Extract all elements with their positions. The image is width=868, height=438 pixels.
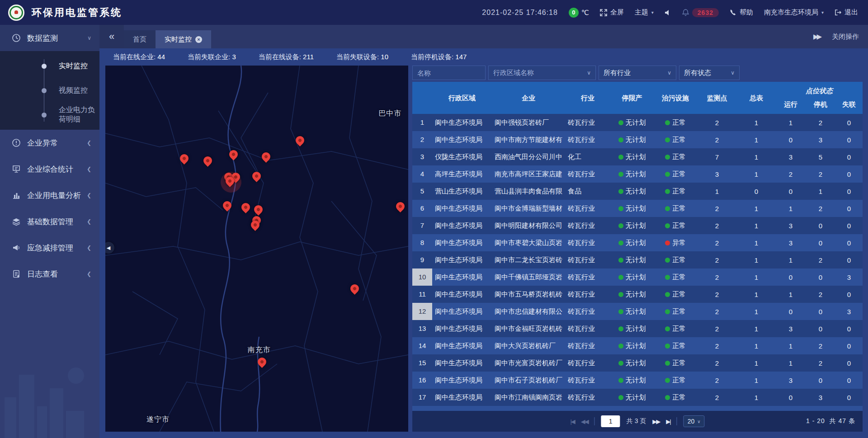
cell-total: 1: [737, 239, 776, 247]
table-row-9[interactable]: 9阆中生态环境局阆中市二龙长宝页岩砖砖瓦行业无计划正常21120: [412, 251, 863, 268]
sidebar-item-label: 企业综合统计: [27, 164, 73, 174]
cell-region: 阆中生态环境局: [432, 325, 492, 333]
table-row-6[interactable]: 6阆中生态环境局阆中市金博瑞新型墙材砖瓦行业无计划正常21120: [412, 200, 863, 217]
cell-lost: 0: [835, 359, 863, 367]
status-dot-green: [618, 275, 623, 280]
name-filter-input[interactable]: [417, 69, 481, 77]
cell-idx: 12: [412, 303, 432, 320]
prev-page-icon[interactable]: ◀◀: [581, 418, 588, 425]
cell-industry: 砖瓦行业: [565, 342, 610, 350]
chevron-left-icon: ❮: [87, 166, 91, 172]
table-row-14[interactable]: 14阆中生态环境局阆中大兴页岩机砖厂砖瓦行业无计划正常21120: [412, 337, 863, 354]
status-filter-select[interactable]: 所有状态 ∨: [679, 66, 740, 80]
cell-total: 1: [737, 342, 776, 350]
name-filter-field[interactable]: [412, 66, 486, 80]
table-panel: 行政区域名称 ∨ 所有行业 ∨ 所有状态 ∨ 行政区域企业行业停限产治污设施监测…: [412, 66, 863, 432]
tab-label: 首页: [133, 35, 146, 44]
table-row-8[interactable]: 8阆中生态环境局阆中市枣碧大梁山页岩砖瓦行业无计划异常21300: [412, 234, 863, 251]
cell-industry: 化工: [565, 153, 610, 161]
cell-industry: 砖瓦行业: [565, 204, 610, 213]
sidebar-item-5[interactable]: 应急减排管理❮: [0, 235, 99, 261]
cell-industry: 砖瓦行业: [565, 273, 610, 282]
cell-idx: 4: [412, 165, 432, 183]
cell-run: 0: [776, 188, 806, 195]
cell-points: 2: [697, 342, 737, 350]
cell-industry: 砖瓦行业: [565, 325, 610, 333]
temperature-unit: ℃: [581, 9, 589, 17]
cell-run: 3: [776, 325, 806, 333]
page-number-input[interactable]: [601, 415, 620, 427]
column-header: 监测点: [697, 82, 737, 114]
tab-close-icon[interactable]: ×: [195, 36, 202, 43]
cell-run: 0: [776, 273, 806, 281]
cell-industry: 砖瓦行业: [565, 239, 610, 247]
sidebar-item-4[interactable]: 基础数据管理❮: [0, 208, 99, 235]
cell-lost: 0: [835, 377, 863, 384]
sidebar-item-2[interactable]: 企业综合统计❮: [0, 156, 99, 182]
cell-stop: 0: [806, 273, 835, 281]
tab-label: 实时监控: [165, 35, 192, 44]
sidebar-item-3[interactable]: 企业用电量分析❮: [0, 182, 99, 208]
next-page-icon[interactable]: ▶▶: [652, 418, 660, 425]
map-panel[interactable]: 巴中市南充市遂宁市 ◀: [105, 66, 408, 432]
sidebar-subitem-视频监控[interactable]: 视频监控: [0, 78, 99, 103]
first-page-icon[interactable]: |◀: [570, 418, 574, 425]
cell-lost: 0: [835, 153, 863, 161]
cell-total: 1: [737, 308, 776, 316]
table-row-10[interactable]: 10阆中生态环境局阆中千佛镇五郎垭页岩砖瓦行业无计划正常21003: [412, 268, 863, 286]
cell-lost: 0: [835, 222, 863, 230]
status-dot-green: [665, 395, 670, 400]
cell-stop: 5: [806, 153, 835, 161]
cell-total: 1: [737, 377, 776, 384]
cell-company: 阆中强锐页岩砖厂: [492, 118, 565, 127]
logout-button[interactable]: 退出: [835, 8, 858, 17]
tab-scroll-right-icon[interactable]: ▶▶: [813, 33, 820, 41]
page-size-select[interactable]: 20 ∨: [684, 415, 705, 427]
table-row-18[interactable]: 18南部生态环境局南部县瑞华水泥有限公建材行业无计划正常21060: [412, 406, 863, 411]
table-row-15[interactable]: 15阆中生态环境局阆中市光富页岩机砖厂砖瓦行业无计划正常21120: [412, 354, 863, 372]
cell-region: 阆中生态环境局: [432, 307, 492, 316]
help-button[interactable]: 帮助: [730, 8, 753, 17]
table-row-5[interactable]: 5营山生态环境局营山县润丰肉食品有限食品无计划正常10010: [412, 183, 863, 200]
last-page-icon[interactable]: ▶|: [666, 418, 670, 425]
theme-dropdown[interactable]: 主题 ▾: [635, 8, 654, 17]
table-row-3[interactable]: 3仪陇生态环境局西南油气田分公司川中化工无计划正常71350: [412, 148, 863, 165]
sidebar-item-1[interactable]: 企业异常❮: [0, 130, 99, 156]
region-filter-select[interactable]: 行政区域名称 ∨: [488, 66, 596, 80]
sidebar-subitem-实时监控[interactable]: 实时监控: [0, 54, 99, 78]
sound-toggle[interactable]: [665, 9, 671, 16]
table-row-12[interactable]: 12阆中生态环境局阆中市忠信建材有限公砖瓦行业无计划正常21003: [412, 303, 863, 320]
sidebar-item-0[interactable]: 数据监测∨: [0, 25, 99, 51]
industry-filter-select[interactable]: 所有行业 ∨: [599, 66, 676, 80]
org-dropdown[interactable]: 南充市生态环境局 ▾: [764, 8, 824, 17]
cell-plan: 无计划: [610, 290, 654, 299]
status-dot-green: [618, 395, 623, 400]
status-dot-green: [618, 137, 623, 142]
table-row-11[interactable]: 11阆中生态环境局阆中市五马桥页岩机砖砖瓦行业无计划正常21120: [412, 286, 863, 303]
sidebar-submenu: 实时监控视频监控企业电力负荷明细: [0, 51, 99, 130]
cell-company: 阆中市五马桥页岩机砖: [492, 290, 565, 299]
chevron-down-icon: ∨: [587, 70, 591, 76]
table-row-7[interactable]: 7阆中生态环境局阆中明阳建材有限公司砖瓦行业无计划正常21300: [412, 217, 863, 234]
table-row-17[interactable]: 17阆中生态环境局阆中市江南镇阆南页岩砖瓦行业无计划正常21030: [412, 389, 863, 406]
cell-idx: 1: [412, 114, 432, 131]
board-icon: [12, 165, 21, 174]
cell-stop: 3: [806, 136, 835, 144]
table-row-2[interactable]: 2阆中生态环境局阆中市南方节能建材有砖瓦行业无计划正常21030: [412, 131, 863, 148]
tab-实时监控[interactable]: 实时监控×: [156, 30, 211, 48]
cell-stop: 2: [806, 119, 835, 127]
fullscreen-button[interactable]: 全屏: [600, 8, 624, 17]
status-dot-green: [665, 223, 670, 228]
table-row-4[interactable]: 4高坪生态环境局南充市高坪区王家店建砖瓦行业无计划正常31220: [412, 165, 863, 183]
table-row-1[interactable]: 1阆中生态环境局阆中强锐页岩砖厂砖瓦行业无计划正常21120: [412, 114, 863, 131]
notifications-button[interactable]: 2632: [682, 8, 719, 17]
table-row-13[interactable]: 13阆中生态环境局阆中市金福旺页岩机砖砖瓦行业无计划正常21300: [412, 320, 863, 337]
cell-region: 营山生态环境局: [432, 187, 492, 196]
sidebar-subitem-企业电力负荷明细[interactable]: 企业电力负荷明细: [0, 103, 99, 127]
sidebar-item-6[interactable]: 日志查看❮: [0, 261, 99, 287]
close-operations-button[interactable]: 关闭操作: [832, 33, 859, 41]
tab-首页[interactable]: 首页: [124, 30, 156, 48]
chevron-left-icon: ❮: [87, 140, 91, 146]
tab-scroll-left-icon[interactable]: «: [99, 25, 124, 48]
table-row-16[interactable]: 16阆中生态环境局阆中市石子页岩机砖厂砖瓦行业无计划正常21300: [412, 372, 863, 389]
